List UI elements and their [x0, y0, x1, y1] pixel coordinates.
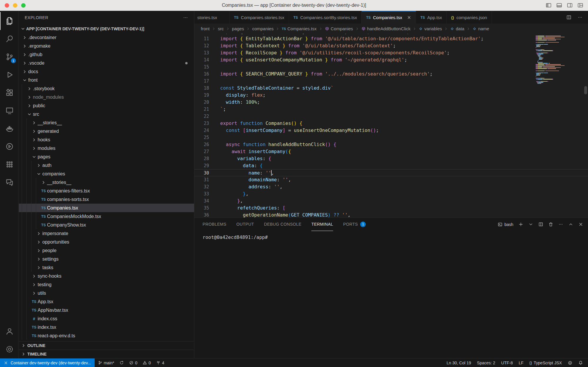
close-icon[interactable] [407, 15, 411, 20]
tree-folder-utils[interactable]: utils [19, 289, 194, 297]
code-line-33[interactable]: 33 }, [194, 190, 588, 197]
tree-folder-opportunities[interactable]: opportunities [19, 238, 194, 246]
breadcrumb-item-companies[interactable]: companies [252, 26, 274, 31]
code-line-22[interactable]: 22 [194, 113, 588, 120]
breadcrumb-item-Companies.tsx[interactable]: TSCompanies.tsx [282, 26, 316, 31]
workspace-section-header[interactable]: APP [CONTAINER DEV-TWENTY-DEV (DEV-TWENT… [19, 24, 194, 33]
tree-file-CompanyShow.tsx[interactable]: TSCompanyShow.tsx [19, 221, 194, 229]
status-cursor-position[interactable]: Ln 30, Col 19 [445, 361, 472, 365]
breadcrumb-item-Companies[interactable]: Companies [325, 26, 353, 31]
code-line-19[interactable]: 19 display: flex; [194, 92, 588, 99]
panel-tab-ports[interactable]: PORTS1 [343, 218, 366, 231]
tree-folder-hooks[interactable]: hooks [19, 135, 194, 144]
shell-selector[interactable]: bash [498, 222, 513, 227]
code-line-25[interactable]: 25 [194, 134, 588, 141]
code-line-26[interactable]: 26 async function handleAddButtonClick()… [194, 141, 588, 148]
tree-folder-public[interactable]: public [19, 101, 194, 110]
status-language-mode[interactable]: {}TypeScript JSX [528, 361, 563, 365]
panel-tab-output[interactable]: OUTPUT [236, 218, 254, 231]
code-line-16[interactable]: 16import { SEARCH_COMPANY_QUERY } from '… [194, 71, 588, 78]
tab-App.tsx[interactable]: TSApp.tsx [416, 11, 447, 24]
tree-file-companies-filters.tsx[interactable]: TScompanies-filters.tsx [19, 187, 194, 195]
trash-icon[interactable] [548, 222, 553, 227]
activity-explorer[interactable] [0, 12, 19, 30]
breadcrumb-item-variables[interactable]: variables [419, 26, 442, 31]
code-line-32[interactable]: 32 address: '', [194, 183, 588, 190]
panel-tab-problems[interactable]: PROBLEMS [203, 218, 226, 231]
activity-test-grid[interactable] [0, 155, 19, 173]
code-line-15[interactable]: 15 [194, 63, 588, 71]
tab-companies.json[interactable]: {}companies.json [447, 11, 492, 24]
tree-folder-people[interactable]: people [19, 246, 194, 255]
tab-Companies.stories.tsx[interactable]: TSCompanies.stories.tsx [230, 11, 289, 24]
code-line-29[interactable]: 29 data: { [194, 162, 588, 169]
activity-accounts[interactable] [0, 322, 19, 340]
code-line-12[interactable]: 12import { TableContext } from '@/ui/tab… [194, 42, 588, 49]
tree-file-AppNavbar.tsx[interactable]: TSAppNavbar.tsx [19, 306, 194, 314]
tree-folder-pages[interactable]: pages [19, 153, 194, 161]
activity-extensions[interactable] [0, 84, 19, 102]
tree-file-index.css[interactable]: #index.css [19, 314, 194, 323]
activity-search[interactable] [0, 30, 19, 48]
split-editor-icon[interactable] [566, 15, 572, 20]
tree-folder-front[interactable]: front [19, 76, 194, 84]
code-line-18[interactable]: 18const StyledTableContainer = styled.di… [194, 85, 588, 92]
status-encoding[interactable]: UTF-8 [500, 361, 514, 365]
tab-Companies.tsx[interactable]: TSCompanies.tsx [362, 11, 416, 24]
tree-folder-__stories__[interactable]: __stories__ [19, 118, 194, 127]
tree-folder-.devcontainer[interactable]: .devcontainer [19, 33, 194, 42]
tree-file-companies-sorts.tsx[interactable]: TScompanies-sorts.tsx [19, 195, 194, 204]
breadcrumb-item-src[interactable]: src [218, 26, 224, 31]
breadcrumb-item-front[interactable]: front [201, 26, 210, 31]
breadcrumb-item-data[interactable]: data [450, 26, 464, 31]
tree-folder-settings[interactable]: settings [19, 255, 194, 263]
tree-folder-modules[interactable]: modules [19, 144, 194, 153]
toggle-sidebar-right-icon[interactable] [567, 2, 573, 8]
terminal-output[interactable]: root@0a42ecd84891:/app# [194, 231, 588, 240]
code-line-17[interactable]: 17 [194, 78, 588, 85]
code-line-24[interactable]: 24 const [insertCompany] = useInsertOneC… [194, 127, 588, 134]
tree-folder-tasks[interactable]: tasks [19, 263, 194, 272]
tree-folder-src[interactable]: src [19, 110, 194, 118]
section-outline[interactable]: OUTLINE [19, 341, 194, 350]
tree-folder-generated[interactable]: generated [19, 127, 194, 135]
tab-Companies.sortBy.stories.tsx[interactable]: TSCompanies.sortBy.stories.tsx [289, 11, 362, 24]
tree-folder-impersonate[interactable]: impersonate [19, 229, 194, 238]
code-line-13[interactable]: 13import { RecoilScope } from '@/ui/util… [194, 49, 588, 56]
code-line-35[interactable]: 35 refetchQueries: [ [194, 205, 588, 212]
more-icon[interactable] [558, 222, 563, 227]
tree-folder-.ergomake[interactable]: .ergomake [19, 42, 194, 50]
tree-folder-companies[interactable]: companies [19, 170, 194, 178]
status-sync[interactable] [118, 361, 125, 365]
status-errors[interactable]: 0 [128, 361, 139, 365]
code-editor[interactable]: 10import { WithTopBarContainer } from '@… [194, 34, 588, 217]
tab-stories.tsx[interactable]: stories.tsx [194, 11, 230, 24]
tree-folder-node_modules[interactable]: node_modules [19, 93, 194, 101]
tree-file-Companies.tsx[interactable]: TSCompanies.tsx [19, 204, 194, 212]
tree-file-App.tsx[interactable]: TSApp.tsx [19, 297, 194, 306]
activity-run-debug[interactable] [0, 66, 19, 84]
tree-folder-docs[interactable]: docs [19, 67, 194, 76]
chevron-down-icon[interactable] [528, 222, 533, 227]
customize-layout-icon[interactable] [577, 2, 583, 8]
status-git-branch[interactable]: main* [96, 361, 116, 365]
close-window-button[interactable] [5, 3, 9, 8]
tree-folder-__stories__[interactable]: __stories__ [19, 178, 194, 187]
tree-folder-.github[interactable]: .github [19, 50, 194, 59]
status-feedback[interactable] [566, 361, 574, 365]
split-editor-icon[interactable] [538, 222, 543, 227]
status-warnings[interactable]: 0 [141, 361, 152, 365]
remote-indicator[interactable]: Container dev-twenty-dev (dev-twenty-dev… [0, 358, 95, 367]
editor-scrollbar[interactable] [584, 86, 587, 94]
status-notifications[interactable] [577, 361, 584, 365]
activity-actions[interactable] [0, 138, 19, 155]
status-forwarded-ports[interactable]: 4 [155, 361, 166, 365]
code-line-14[interactable]: 14import { useInsertOneCompanyMutation }… [194, 56, 588, 63]
code-line-23[interactable]: 23export function Companies() { [194, 120, 588, 127]
toggle-panel-icon[interactable] [556, 2, 562, 8]
activity-remote-explorer[interactable] [0, 102, 19, 120]
plus-icon[interactable] [518, 222, 523, 227]
close-icon[interactable] [578, 222, 583, 227]
breadcrumb-item-name[interactable]: name [472, 26, 489, 31]
zoom-window-button[interactable] [21, 3, 26, 8]
